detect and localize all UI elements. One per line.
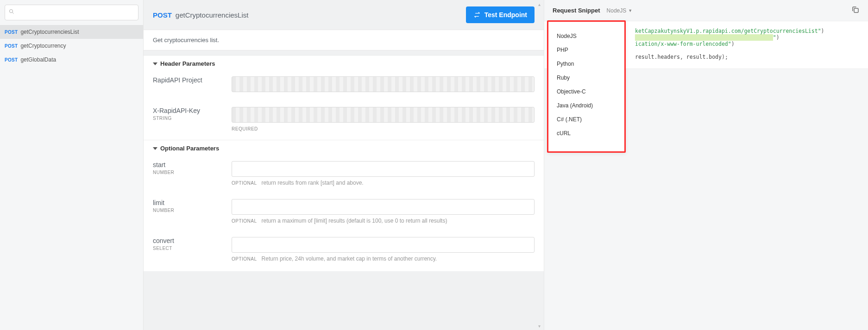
copy-icon[interactable] <box>851 6 860 15</box>
language-selector[interactable]: NodeJS ▼ <box>607 7 633 14</box>
endpoint-item[interactable]: POST getCryptocurrenciesList <box>0 25 143 39</box>
endpoint-sidebar: POST getCryptocurrenciesList POST getCry… <box>0 0 144 330</box>
snippet-panel: Request Snippet NodeJS ▼ NodeJS PHP Pyth… <box>544 0 868 330</box>
collapse-icon <box>153 147 157 150</box>
param-label: X-RapidAPI-Key <box>153 107 222 114</box>
caret-down-icon: ▼ <box>628 8 632 13</box>
svg-point-0 <box>10 10 13 13</box>
search-icon <box>9 9 14 16</box>
endpoint-list: POST getCryptocurrenciesList POST getCry… <box>0 25 143 67</box>
language-option[interactable]: Ruby <box>548 71 624 85</box>
endpoint-name-label: getCryptocurrenciesList <box>176 11 249 19</box>
endpoint-label: getGlobalData <box>20 56 56 63</box>
search-input[interactable] <box>5 5 138 20</box>
optional-badge: OPTIONAL <box>232 255 257 262</box>
required-badge: REQUIRED <box>232 125 258 131</box>
language-option[interactable]: C# (.NET) <box>548 112 624 126</box>
param-label: convert <box>153 237 222 244</box>
language-option[interactable]: NodeJS <box>548 29 624 43</box>
scroll-down-icon: ▾ <box>538 324 542 328</box>
param-type: STRING <box>153 116 222 121</box>
apikey-input[interactable] <box>232 107 535 123</box>
language-option[interactable]: Java (Android) <box>548 99 624 112</box>
endpoint-description: Get cryptocurrencies list. <box>144 30 544 50</box>
language-option[interactable]: cURL <box>548 126 624 140</box>
optional-badge: OPTIONAL <box>232 180 257 186</box>
method-badge: POST <box>5 44 18 49</box>
method-badge: POST <box>5 30 18 35</box>
project-select[interactable]: ████████████████████████████ <box>232 76 535 92</box>
swap-icon <box>473 11 481 19</box>
convert-input[interactable] <box>232 237 535 253</box>
param-description: return results from rank [start] and abo… <box>262 180 364 186</box>
endpoint-label: getCryptocurrenciesList <box>20 29 79 35</box>
scroll-up-icon: ▴ <box>538 2 542 6</box>
endpoint-label: getCryptocurrency <box>20 43 66 49</box>
param-label: start <box>153 161 222 168</box>
param-type: SELECT <box>153 246 222 251</box>
endpoint-title: POST getCryptocurrenciesList <box>153 11 248 19</box>
param-description: return a maximum of [limit] results (def… <box>262 218 447 224</box>
header-params-section[interactable]: Header Parameters <box>144 56 544 72</box>
param-type: NUMBER <box>153 208 222 213</box>
current-language-label: NodeJS <box>607 7 627 14</box>
optional-params-section[interactable]: Optional Parameters <box>144 140 544 156</box>
language-option[interactable]: Objective-C <box>548 85 624 99</box>
section-title: Header Parameters <box>160 60 215 67</box>
svg-line-1 <box>13 12 14 14</box>
method-label: POST <box>153 11 172 19</box>
param-label: limit <box>153 199 222 206</box>
language-option[interactable]: Python <box>548 57 624 71</box>
endpoint-item[interactable]: POST getGlobalData <box>0 53 143 67</box>
collapse-icon <box>153 62 157 65</box>
optional-badge: OPTIONAL <box>232 218 257 224</box>
param-label: RapidAPI Project <box>153 76 222 84</box>
search-box <box>5 5 138 20</box>
endpoint-detail: ▴ POST getCryptocurrenciesList Test Endp… <box>144 0 544 330</box>
test-endpoint-button[interactable]: Test Endpoint <box>466 6 535 23</box>
endpoint-item[interactable]: POST getCryptocurrency <box>0 39 143 53</box>
param-description: Return price, 24h volume, and market cap… <box>262 255 437 262</box>
svg-rect-2 <box>854 8 858 12</box>
start-input[interactable] <box>232 161 535 177</box>
snippet-title: Request Snippet <box>553 7 600 14</box>
test-endpoint-label: Test Endpoint <box>484 11 527 19</box>
method-badge: POST <box>5 57 18 62</box>
param-type: NUMBER <box>153 170 222 175</box>
section-title: Optional Parameters <box>160 145 219 152</box>
language-option[interactable]: PHP <box>548 43 624 57</box>
limit-input[interactable] <box>232 199 535 215</box>
language-dropdown: NodeJS PHP Python Ruby Objective-C Java … <box>547 20 626 153</box>
